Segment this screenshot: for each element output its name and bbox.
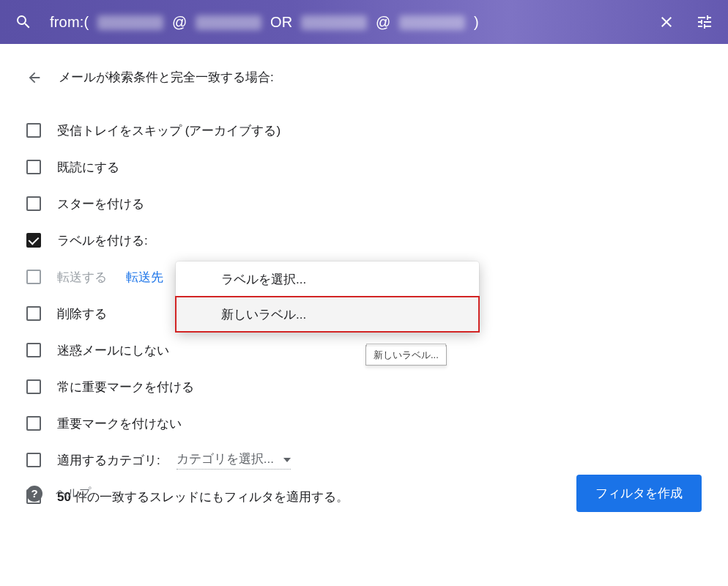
- option-label: スターを付ける: [57, 196, 144, 212]
- search-or: OR: [270, 14, 292, 30]
- checkbox[interactable]: [26, 233, 41, 248]
- redacted-segment: [301, 15, 367, 30]
- search-at-2: @: [376, 14, 391, 30]
- checkbox[interactable]: [26, 196, 41, 211]
- panel-title: メールが検索条件と完全一致する場合:: [59, 69, 274, 86]
- option-label: 既読にする: [57, 159, 119, 176]
- checkbox[interactable]: [26, 270, 41, 284]
- option-label: 受信トレイをスキップ (アーカイブする): [57, 122, 281, 139]
- label-dropdown: ラベルを選択... 新しいラベル...: [176, 262, 479, 332]
- dropdown-item-select-label[interactable]: ラベルを選択...: [176, 262, 479, 297]
- redacted-segment: [196, 15, 261, 30]
- category-select-text: カテゴリを選択...: [177, 452, 274, 466]
- option-label: 重要マークを付けない: [57, 415, 182, 432]
- close-icon[interactable]: [658, 13, 675, 31]
- panel-footer: ? ヘルプ フィルタを作成: [26, 475, 702, 512]
- option-never-spam[interactable]: 迷惑メールにしない: [26, 332, 702, 368]
- checkbox[interactable]: [26, 379, 41, 394]
- checkbox[interactable]: [26, 123, 41, 138]
- search-icon[interactable]: [15, 13, 32, 31]
- search-at-1: @: [172, 14, 187, 30]
- chevron-down-icon: [283, 458, 291, 462]
- category-select[interactable]: カテゴリを選択...: [177, 450, 291, 470]
- redacted-segment: [97, 15, 163, 30]
- option-label: 迷惑メールにしない: [57, 342, 169, 359]
- checkbox[interactable]: [26, 306, 41, 321]
- option-skip-inbox[interactable]: 受信トレイをスキップ (アーカイブする): [26, 112, 702, 149]
- option-label: 削除する: [57, 305, 107, 322]
- forward-address-link[interactable]: 転送先: [126, 269, 163, 286]
- search-prefix: from:(: [50, 14, 89, 30]
- option-label: 転送する: [57, 269, 107, 286]
- checkbox[interactable]: [26, 160, 41, 174]
- tune-icon[interactable]: [696, 13, 713, 31]
- option-categorize[interactable]: 適用するカテゴリ: カテゴリを選択...: [26, 442, 702, 478]
- search-query[interactable]: from:( @ OR @ ): [50, 14, 658, 31]
- option-always-important[interactable]: 常に重要マークを付ける: [26, 368, 702, 405]
- help-label: ヘルプ: [56, 486, 91, 501]
- tooltip-new-label: 新しいラベル...: [365, 345, 447, 366]
- back-arrow-icon[interactable]: [26, 70, 42, 86]
- option-label-prefix: 適用するカテゴリ:: [57, 452, 160, 469]
- create-filter-button[interactable]: フィルタを作成: [576, 475, 702, 512]
- option-star[interactable]: スターを付ける: [26, 185, 702, 222]
- help-link[interactable]: ? ヘルプ: [26, 486, 91, 502]
- help-icon: ?: [26, 486, 42, 502]
- search-suffix: ): [474, 14, 479, 30]
- option-mark-read[interactable]: 既読にする: [26, 149, 702, 185]
- search-actions: [658, 13, 713, 31]
- search-bar: from:( @ OR @ ): [0, 0, 728, 44]
- option-never-important[interactable]: 重要マークを付けない: [26, 405, 702, 442]
- dropdown-item-new-label[interactable]: 新しいラベル...: [176, 297, 479, 332]
- option-label: 常に重要マークを付ける: [57, 379, 194, 396]
- option-label: ラベルを付ける:: [57, 232, 148, 249]
- checkbox[interactable]: [26, 453, 41, 467]
- checkbox[interactable]: [26, 343, 41, 357]
- option-apply-label[interactable]: ラベルを付ける:: [26, 222, 702, 259]
- redacted-segment: [399, 15, 465, 30]
- checkbox[interactable]: [26, 416, 41, 431]
- panel-header: メールが検索条件と完全一致する場合:: [26, 69, 702, 86]
- filter-panel: メールが検索条件と完全一致する場合: 受信トレイをスキップ (アーカイブする) …: [0, 44, 728, 533]
